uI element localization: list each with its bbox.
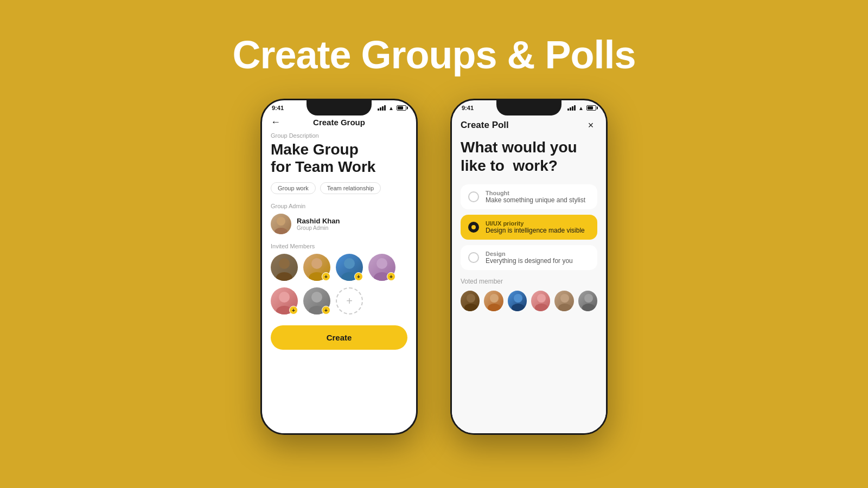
phone1-content: ← Create Group Group Description Make Gr… [262,113,416,425]
option-design-label: Design [486,251,573,257]
admin-role: Group Admin [297,225,340,231]
voted-avatar-1 [461,291,480,311]
phone2: 9:41 ▲ Create Poll × W [450,99,608,435]
svg-point-10 [279,292,290,303]
member-plus-6: + [322,306,330,314]
phone2-wifi-icon: ▲ [578,105,584,111]
phone1-mute-btn [260,155,262,171]
create-group-button[interactable]: Create [271,325,407,350]
admin-avatar [271,214,291,234]
phone2-wrapper: 9:41 ▲ Create Poll × W [450,99,608,435]
phone1-power-btn [416,165,418,198]
phone2-notch [496,100,561,115]
poll-option-uiux-text: UI/UX priority Design is intelligence ma… [486,220,585,234]
svg-point-24 [584,294,593,303]
phone2-battery-icon [586,105,596,111]
svg-point-0 [277,217,285,226]
svg-point-6 [344,258,355,269]
svg-point-4 [311,258,322,269]
phone1-wrapper: 9:41 ▲ ← Create Group [260,99,418,435]
svg-point-22 [560,294,569,303]
option-design-desc: Everything is designed for you [486,257,573,265]
phones-container: 9:41 ▲ ← Create Group [260,99,608,435]
group-admin-section-label: Group Admin [271,203,407,209]
phone2-signal [567,105,576,111]
tag-group-work[interactable]: Group work [271,182,316,194]
poll-title: Create Poll [461,120,509,131]
svg-point-20 [537,294,546,303]
poll-option-design[interactable]: Design Everything is designed for you [461,245,597,270]
invited-members-label: Invited Members [271,243,407,249]
voted-avatar-6 [578,291,597,311]
poll-radio-uiux-inner [471,225,476,229]
svg-point-12 [311,292,322,303]
poll-close-button[interactable]: × [584,119,597,132]
poll-option-thought[interactable]: Thought Make something unique and stylis… [461,184,597,209]
phone2-time: 9:41 [462,105,474,111]
phone1-vol-up-btn [260,179,262,206]
admin-row: Rashid Khan Group Admin [271,214,407,234]
svg-point-2 [279,258,290,269]
option-uiux-label: UI/UX priority [486,220,585,227]
admin-info: Rashid Khan Group Admin [297,217,340,231]
members-grid-row1: + + [271,254,407,281]
poll-question: What would youlike to work? [461,138,597,175]
poll-option-thought-text: Thought Make something unique and stylis… [486,190,585,204]
phone1-time: 9:41 [272,105,284,111]
member-5: + [271,287,298,314]
poll-header: Create Poll × [461,113,597,138]
phone2-mute-btn [450,155,452,171]
phone2-vol-down-btn [450,211,452,239]
poll-option-uiux[interactable]: UI/UX priority Design is intelligence ma… [461,215,597,240]
member-4: + [368,254,395,281]
member-plus-3: + [354,272,363,281]
add-member-button[interactable]: + [336,287,363,314]
back-arrow-icon[interactable]: ← [271,117,280,128]
phone1-nav-title: Create Group [313,118,365,127]
member-1 [271,254,298,281]
tags-row: Group work Team relationship [271,182,407,194]
phone1-nav: ← Create Group [271,113,407,132]
member-2: + [303,254,330,281]
voted-avatar-2 [484,291,503,311]
svg-point-23 [558,304,571,311]
poll-radio-uiux [468,222,479,233]
poll-radio-design [468,252,479,263]
svg-point-8 [376,258,387,269]
voted-label: Voted member [461,278,597,285]
phone1-signal [378,105,386,111]
svg-point-25 [582,304,595,311]
svg-point-21 [535,304,548,311]
svg-point-3 [276,272,292,281]
group-main-title: Make Groupfor Team Work [271,141,407,176]
group-desc-label: Group Description [271,132,407,139]
svg-point-1 [275,228,288,234]
svg-point-16 [490,294,499,303]
voted-avatar-4 [531,291,550,311]
svg-point-19 [512,304,525,311]
phone2-power-btn [606,165,608,198]
member-plus-2: + [322,272,330,281]
tag-team-relationship[interactable]: Team relationship [320,182,381,194]
option-thought-label: Thought [486,190,585,196]
voted-avatar-3 [508,291,527,311]
phone1-notch [307,100,372,115]
svg-point-15 [464,304,477,311]
member-3: + [336,254,363,281]
phone2-vol-up-btn [450,179,452,206]
admin-name: Rashid Khan [297,217,340,225]
phone1-vol-down-btn [260,211,262,239]
option-thought-desc: Make something unique and stylist [486,196,585,204]
member-6: + [303,287,330,314]
voted-section: Voted member [461,278,597,311]
poll-radio-thought [468,191,479,202]
svg-point-18 [514,294,522,303]
phone2-content: Create Poll × What would youlike to work… [452,113,606,435]
option-uiux-desc: Design is intelligence made visible [486,227,585,234]
member-plus-5: + [289,306,298,314]
poll-option-design-text: Design Everything is designed for you [486,251,573,265]
member-plus-4: + [387,272,395,281]
page-title: Create Groups & Polls [232,33,635,77]
phone1-status-icons: ▲ [378,105,406,111]
phone1-battery-icon [397,105,406,111]
